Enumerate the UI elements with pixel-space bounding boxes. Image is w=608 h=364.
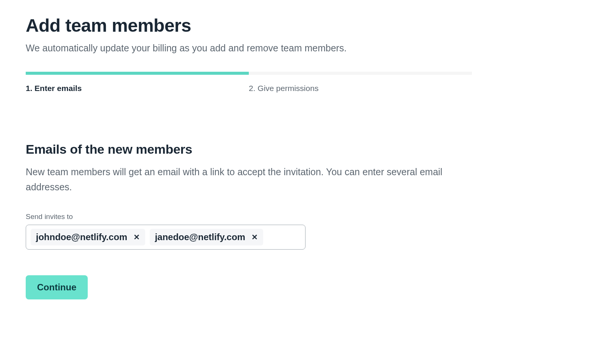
page-subtitle: We automatically update your billing as … bbox=[26, 43, 582, 54]
email-input[interactable]: johndoe@netlify.com ✕ janedoe@netlify.co… bbox=[26, 225, 306, 250]
email-chip-text: janedoe@netlify.com bbox=[155, 232, 245, 242]
remove-email-button[interactable]: ✕ bbox=[251, 233, 258, 241]
page-title: Add team members bbox=[26, 15, 582, 36]
email-chip-text: johndoe@netlify.com bbox=[36, 232, 127, 242]
progress-bar-container bbox=[26, 72, 472, 75]
section-title: Emails of the new members bbox=[26, 142, 582, 157]
email-chip: janedoe@netlify.com ✕ bbox=[150, 229, 263, 245]
progress-bar-step-1 bbox=[26, 72, 249, 75]
email-chip: johndoe@netlify.com ✕ bbox=[31, 229, 145, 245]
close-icon: ✕ bbox=[251, 233, 258, 241]
progress-bar-step-2 bbox=[249, 72, 472, 75]
close-icon: ✕ bbox=[133, 233, 140, 241]
email-input-label: Send invites to bbox=[26, 213, 582, 221]
remove-email-button[interactable]: ✕ bbox=[133, 233, 140, 241]
continue-button[interactable]: Continue bbox=[26, 275, 88, 299]
steps-container: 1. Enter emails 2. Give permissions bbox=[26, 79, 472, 93]
step-enter-emails[interactable]: 1. Enter emails bbox=[26, 79, 249, 93]
step-give-permissions[interactable]: 2. Give permissions bbox=[249, 79, 472, 93]
section-description: New team members will get an email with … bbox=[26, 164, 472, 194]
